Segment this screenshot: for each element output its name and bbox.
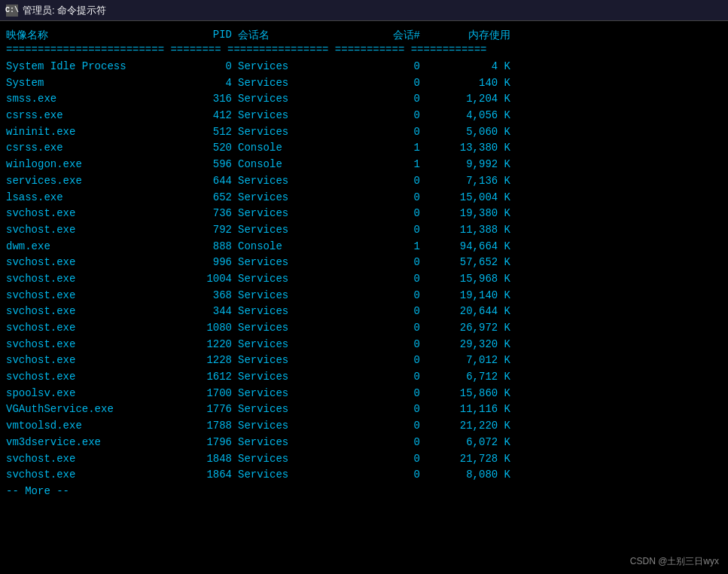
cell-image: System Idle Process	[6, 59, 172, 75]
cell-memory: 5,060 K	[420, 124, 510, 141]
table-row: dwm.exe 888 Console 1 94,664 K	[6, 239, 722, 255]
cell-pid: 1004	[172, 271, 232, 288]
cell-memory: 94,664 K	[420, 239, 510, 255]
table-row: svchost.exe 792 Services 0 11,388 K	[6, 222, 722, 239]
title-bar-text: 管理员: 命令提示符	[23, 4, 106, 17]
cell-image: smss.exe	[6, 91, 172, 108]
cell-pid: 412	[172, 108, 232, 124]
table-row: csrss.exe 412 Services 0 4,056 K	[6, 108, 722, 124]
table-row: svchost.exe 996 Services 0 57,652 K	[6, 255, 722, 271]
cell-pid: 316	[172, 91, 232, 108]
cell-session-num: 0	[345, 337, 420, 353]
cell-memory: 1,204 K	[420, 91, 510, 108]
cell-pid: 1700	[172, 386, 232, 402]
cell-session-num: 0	[345, 124, 420, 141]
header-image: 映像名称	[6, 29, 172, 42]
cell-image: svchost.exe	[6, 206, 172, 222]
cell-session-num: 0	[345, 222, 420, 239]
table-row: smss.exe 316 Services 0 1,204 K	[6, 91, 722, 108]
cell-session-num: 0	[345, 418, 420, 435]
cell-session-name: Services	[232, 304, 345, 320]
cell-image: svchost.exe	[6, 337, 172, 353]
table-row: svchost.exe 368 Services 0 19,140 K	[6, 288, 722, 304]
cell-image: svchost.exe	[6, 451, 172, 468]
terminal: 映像名称 PID 会话名 会话# 内存使用 ==================…	[0, 21, 728, 574]
table-row: svchost.exe 1220 Services 0 29,320 K	[6, 337, 722, 353]
table-row: System 4 Services 0 140 K	[6, 75, 722, 92]
cell-session-num: 0	[345, 401, 420, 418]
table-row: svchost.exe 1004 Services 0 15,968 K	[6, 271, 722, 288]
cell-session-num: 0	[345, 255, 420, 271]
cell-memory: 29,320 K	[420, 337, 510, 353]
table-header: 映像名称 PID 会话名 会话# 内存使用	[6, 29, 722, 42]
cell-image: VGAuthService.exe	[6, 401, 172, 418]
cell-session-name: Services	[232, 435, 345, 451]
cell-image: svchost.exe	[6, 255, 172, 271]
cell-memory: 21,728 K	[420, 451, 510, 468]
cell-memory: 19,140 K	[420, 288, 510, 304]
cell-memory: 19,380 K	[420, 206, 510, 222]
cmd-icon: C:\	[6, 5, 18, 17]
header-session-name: 会话名	[232, 29, 345, 42]
cell-pid: 996	[172, 255, 232, 271]
cell-pid: 792	[172, 222, 232, 239]
cell-session-num: 0	[345, 59, 420, 75]
table-row: svchost.exe 1080 Services 0 26,972 K	[6, 320, 722, 337]
cell-session-num: 0	[345, 386, 420, 402]
cell-image: svchost.exe	[6, 467, 172, 484]
cell-image: csrss.exe	[6, 108, 172, 124]
cell-memory: 15,968 K	[420, 271, 510, 288]
cell-session-name: Services	[232, 401, 345, 418]
cell-pid: 1848	[172, 451, 232, 468]
cell-session-name: Services	[232, 288, 345, 304]
cell-session-num: 0	[345, 467, 420, 484]
cell-pid: 888	[172, 239, 232, 255]
table-row: vm3dservice.exe 1796 Services 0 6,072 K	[6, 435, 722, 451]
cell-image: csrss.exe	[6, 140, 172, 157]
cell-pid: 652	[172, 190, 232, 206]
cell-pid: 344	[172, 304, 232, 320]
cell-session-num: 0	[345, 108, 420, 124]
cell-session-num: 1	[345, 140, 420, 157]
cell-session-name: Services	[232, 190, 345, 206]
cell-memory: 7,012 K	[420, 353, 510, 369]
cell-session-num: 0	[345, 435, 420, 451]
cell-image: svchost.exe	[6, 222, 172, 239]
cell-memory: 21,220 K	[420, 418, 510, 435]
cell-session-name: Services	[232, 386, 345, 402]
table-row: vmtoolsd.exe 1788 Services 0 21,220 K	[6, 418, 722, 435]
cell-memory: 13,380 K	[420, 140, 510, 157]
cell-session-name: Services	[232, 206, 345, 222]
cell-image: spoolsv.exe	[6, 386, 172, 402]
cell-pid: 368	[172, 288, 232, 304]
table-row: csrss.exe 520 Console 1 13,380 K	[6, 140, 722, 157]
cell-pid: 1864	[172, 467, 232, 484]
cell-session-name: Services	[232, 369, 345, 386]
cell-session-num: 1	[345, 157, 420, 173]
cell-memory: 4,056 K	[420, 108, 510, 124]
cell-image: svchost.exe	[6, 304, 172, 320]
cell-image: dwm.exe	[6, 239, 172, 255]
cell-session-name: Services	[232, 91, 345, 108]
cell-image: svchost.exe	[6, 271, 172, 288]
cell-pid: 736	[172, 206, 232, 222]
cell-pid: 0	[172, 59, 232, 75]
table-row: svchost.exe 1848 Services 0 21,728 K	[6, 451, 722, 468]
cell-pid: 644	[172, 173, 232, 190]
cell-session-num: 1	[345, 239, 420, 255]
cell-session-num: 0	[345, 173, 420, 190]
cell-session-name: Services	[232, 108, 345, 124]
table-row: services.exe 644 Services 0 7,136 K	[6, 173, 722, 190]
cell-session-num: 0	[345, 369, 420, 386]
more-line: -- More --	[6, 485, 722, 497]
cell-session-num: 0	[345, 304, 420, 320]
cell-pid: 1080	[172, 320, 232, 337]
cell-memory: 15,860 K	[420, 386, 510, 402]
cell-session-name: Services	[232, 467, 345, 484]
cell-image: vm3dservice.exe	[6, 435, 172, 451]
cell-session-name: Services	[232, 353, 345, 369]
cell-memory: 6,072 K	[420, 435, 510, 451]
cell-session-name: Console	[232, 140, 345, 157]
cell-session-num: 0	[345, 288, 420, 304]
cell-pid: 1220	[172, 337, 232, 353]
